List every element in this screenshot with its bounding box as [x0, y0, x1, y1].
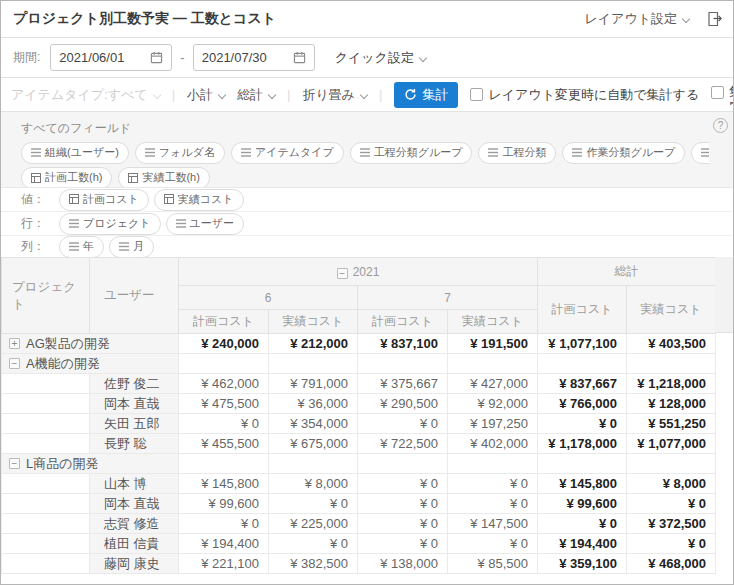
field-pill-label: 計画コスト — [83, 192, 139, 207]
cost-value-cell: ¥ 375,667 — [358, 374, 448, 394]
cost-value-cell: ¥ 468,000 — [627, 554, 716, 574]
cost-value-cell: ¥ 194,400 — [179, 534, 269, 554]
project-column-header: プロジェクト — [2, 258, 90, 334]
cost-value-cell — [179, 354, 269, 374]
dimension-field-pill[interactable]: プロジェクト — [59, 213, 161, 235]
layout-settings-dropdown[interactable]: レイアウト設定 — [584, 10, 689, 28]
grand-total-dropdown[interactable]: 総計 — [237, 86, 275, 104]
export-icon[interactable] — [705, 10, 723, 28]
cost-value-cell: ¥ 0 — [358, 494, 448, 514]
cost-value-cell: ¥ 225,000 — [269, 514, 358, 534]
measure-field-pill[interactable]: 実績工数(h) — [118, 167, 209, 188]
measure-fields-row: 計画工数(h) 実績工数(h) — [21, 167, 709, 188]
user-name-cell: 志賀 修造 — [90, 514, 179, 534]
item-type-label: アイテムタイプ:すべて — [11, 86, 148, 104]
calendar-icon[interactable] — [150, 51, 163, 64]
collapse-dropdown[interactable]: 折り畳み — [302, 86, 367, 104]
user-name-cell: 山本 博 — [90, 474, 179, 494]
cost-value-cell: ¥ 551,250 — [627, 414, 716, 434]
cost-value-cell: ¥ 0 — [358, 534, 448, 554]
cost-value-cell: ¥ 382,500 — [269, 554, 358, 574]
cost-value-cell: ¥ 354,000 — [269, 414, 358, 434]
field-pill-label: プロジェクト — [83, 216, 151, 231]
cost-value-cell: ¥ 128,000 — [627, 394, 716, 414]
list-icon — [360, 148, 370, 157]
list-icon — [69, 219, 79, 228]
auto-aggregate-checkbox[interactable]: レイアウト変更時に自動で集計する — [470, 86, 699, 104]
columns-axis-label: 列： — [21, 238, 59, 255]
expand-group-icon[interactable]: + — [9, 338, 20, 349]
dimension-field-pill[interactable]: 年 — [59, 236, 104, 258]
header-gutter — [715, 257, 733, 333]
dimension-field-pill[interactable]: アイテムタイプ — [231, 142, 344, 164]
pivot-user-row: 藤岡 康史¥ 221,100¥ 382,500¥ 138,000¥ 85,500… — [2, 554, 716, 574]
collapse-year-icon[interactable]: − — [337, 268, 348, 279]
help-icon[interactable]: ? — [713, 118, 728, 133]
cost-value-cell: ¥ 92,000 — [448, 394, 538, 414]
layout-settings-label: レイアウト設定 — [584, 10, 677, 28]
pivot-user-row: 長野 聡¥ 455,500¥ 675,000¥ 722,500¥ 402,000… — [2, 434, 716, 454]
expand-all-checkbox[interactable]: 集計時にすべて展開する — [711, 84, 733, 105]
year-column-header[interactable]: −2021 — [179, 258, 538, 286]
group-label: L商品の開発 — [26, 456, 99, 471]
cost-value-cell: ¥ 1,077,000 — [627, 434, 716, 454]
quick-settings-dropdown[interactable]: クイック設定 — [335, 49, 426, 67]
field-pill-label: 組織(ユーザー) — [45, 145, 119, 160]
aggregate-button[interactable]: 集計 — [394, 82, 458, 108]
value-grid-icon — [128, 173, 138, 183]
pivot-user-row: 山本 博¥ 145,800¥ 8,000¥ 0¥ 0¥ 145,800¥ 8,0… — [2, 474, 716, 494]
cost-value-cell: ¥ 0 — [358, 514, 448, 534]
end-date-input[interactable]: 2021/07/30 — [193, 44, 315, 71]
subtotal-dropdown[interactable]: 小計 — [187, 86, 225, 104]
measure-field-pill[interactable]: 実績コスト — [154, 189, 244, 211]
values-axis-pills: 計画コスト 実績コスト — [59, 189, 249, 211]
cost-value-cell — [627, 454, 716, 474]
checkbox-icon[interactable] — [711, 86, 724, 99]
all-fields-panel: すべてのフィールド ? 組織(ユーザー) フォルダ名 アイテムタイプ — [1, 112, 733, 188]
quick-settings-label: クイック設定 — [335, 49, 414, 67]
project-cell — [2, 514, 90, 534]
chevron-down-icon — [419, 53, 427, 61]
dimension-field-pill[interactable]: 作業分類 — [691, 142, 709, 164]
checkbox-icon[interactable] — [470, 88, 483, 101]
start-date-input[interactable]: 2021/06/01 — [50, 44, 172, 71]
item-type-dropdown[interactable]: アイテムタイプ:すべて — [11, 86, 160, 104]
user-name-cell: 佐野 俊二 — [90, 374, 179, 394]
pivot-user-row: 佐野 俊二¥ 462,000¥ 791,000¥ 375,667¥ 427,00… — [2, 374, 716, 394]
measure-field-pill[interactable]: 計画工数(h) — [21, 167, 112, 188]
cost-value-cell: ¥ 0 — [627, 494, 716, 514]
dimension-field-pill[interactable]: 組織(ユーザー) — [21, 142, 129, 164]
page-title: プロジェクト別工数予実 ― 工数とコスト — [13, 10, 276, 28]
field-pill-label: ユーザー — [190, 216, 235, 231]
dimension-field-pill[interactable]: 工程分類 — [478, 142, 556, 164]
cost-value-cell: ¥ 240,000 — [179, 334, 269, 354]
cost-value-cell — [538, 454, 627, 474]
dimension-field-pill[interactable]: ユーザー — [166, 213, 245, 235]
group-name-cell: −L商品の開発 — [2, 454, 179, 474]
dimension-field-pill[interactable]: 工程分類グループ — [350, 142, 473, 164]
pivot-user-row: 志賀 修造¥ 0¥ 225,000¥ 0¥ 147,500¥ 0¥ 372,50… — [2, 514, 716, 534]
measure-field-pill[interactable]: 計画コスト — [59, 189, 149, 211]
chevron-down-icon — [682, 15, 690, 23]
calendar-icon[interactable] — [293, 51, 306, 64]
cost-value-cell: ¥ 837,100 — [358, 334, 448, 354]
cost-value-cell: ¥ 290,500 — [358, 394, 448, 414]
cost-value-cell: ¥ 0 — [538, 414, 627, 434]
collapse-group-icon[interactable]: − — [9, 358, 20, 369]
project-cell — [2, 494, 90, 514]
actual-cost-header: 実績コスト — [448, 310, 538, 334]
fields-panel-title: すべてのフィールド — [21, 120, 709, 137]
dimension-field-pill[interactable]: フォルダ名 — [135, 142, 225, 164]
cost-value-cell: ¥ 1,178,000 — [538, 434, 627, 454]
cost-value-cell: ¥ 403,500 — [627, 334, 716, 354]
total-actual-cost-header: 実績コスト — [627, 286, 716, 334]
group-label: A機能の開発 — [26, 356, 100, 371]
collapse-group-icon[interactable]: − — [9, 458, 20, 469]
cost-value-cell — [269, 354, 358, 374]
cost-value-cell: ¥ 145,800 — [538, 474, 627, 494]
list-icon — [572, 148, 582, 157]
year-label: 2021 — [353, 265, 380, 279]
dimension-field-pill[interactable]: 月 — [109, 236, 154, 258]
dimension-field-pill[interactable]: 作業分類グループ — [562, 142, 685, 164]
cost-value-cell: ¥ 372,500 — [627, 514, 716, 534]
